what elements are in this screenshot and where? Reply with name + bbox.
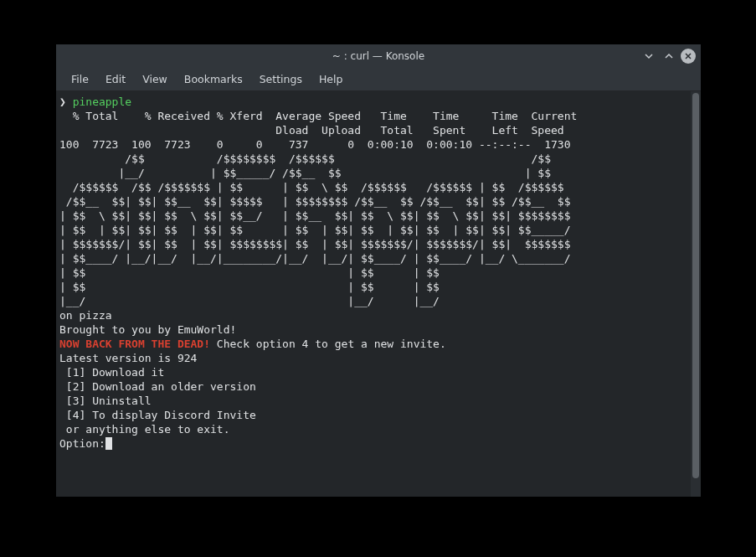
terminal-content[interactable]: ❯ pineapple % Total % Received % Xferd A… bbox=[56, 91, 691, 497]
menu-file[interactable]: File bbox=[63, 70, 97, 89]
brought-by-line: Brought to you by EmuWorld! bbox=[59, 323, 236, 336]
option-1: [1] Download it bbox=[59, 366, 164, 379]
check-option-line: Check option 4 to get a new invite. bbox=[210, 338, 446, 350]
titlebar-controls bbox=[640, 48, 696, 64]
option-else: or anything else to exit. bbox=[59, 423, 230, 436]
close-button[interactable] bbox=[681, 49, 696, 64]
menu-settings[interactable]: Settings bbox=[251, 70, 311, 89]
close-icon bbox=[684, 52, 692, 60]
maximize-button[interactable] bbox=[661, 48, 677, 64]
menubar: File Edit View Bookmarks Settings Help bbox=[56, 68, 701, 91]
terminal-area: ❯ pineapple % Total % Received % Xferd A… bbox=[56, 91, 701, 497]
chevron-down-icon bbox=[644, 51, 654, 61]
konsole-window: ~ : curl — Konsole File Edit View Bookma… bbox=[56, 44, 701, 497]
menu-view[interactable]: View bbox=[134, 70, 176, 89]
menu-edit[interactable]: Edit bbox=[97, 70, 134, 89]
menu-bookmarks[interactable]: Bookmarks bbox=[176, 70, 251, 89]
option-4: [4] To display Discord Invite bbox=[59, 409, 256, 421]
option-3: [3] Uninstall bbox=[59, 395, 152, 407]
now-back-line: NOW BACK FROM THE DEAD! bbox=[59, 338, 210, 350]
scrollbar-thumb[interactable] bbox=[692, 93, 699, 478]
scrollbar[interactable] bbox=[691, 91, 701, 497]
latest-version-line: Latest version is 924 bbox=[59, 352, 197, 364]
curl-progress: % Total % Received % Xferd Average Speed… bbox=[59, 110, 577, 151]
titlebar[interactable]: ~ : curl — Konsole bbox=[56, 44, 701, 68]
on-pizza-line: on pizza bbox=[59, 309, 112, 322]
command-text: pineapple bbox=[73, 95, 131, 108]
option-prompt: Option: bbox=[59, 437, 105, 450]
window-title: ~ : curl — Konsole bbox=[332, 50, 424, 62]
chevron-up-icon bbox=[664, 51, 674, 61]
minimize-button[interactable] bbox=[640, 48, 657, 64]
menu-help[interactable]: Help bbox=[311, 70, 352, 89]
option-2: [2] Download an older version bbox=[59, 380, 256, 393]
ascii-art: /$$ /$$$$$$$$ /$$$$$$ /$$ |__/ | $$_____… bbox=[59, 152, 570, 307]
prompt-symbol: ❯ bbox=[59, 95, 66, 108]
cursor bbox=[105, 437, 112, 450]
